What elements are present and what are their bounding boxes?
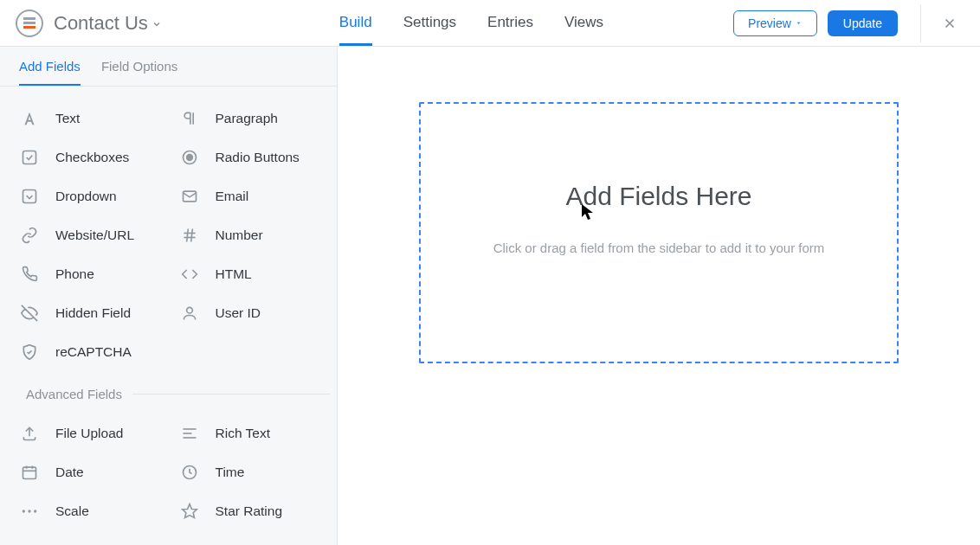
field-label: Scale — [55, 503, 89, 519]
field-label: Dropdown — [55, 189, 117, 204]
paragraph-icon — [179, 108, 200, 129]
field-hidden[interactable]: Hidden Field — [10, 293, 171, 332]
align-left-icon — [179, 423, 200, 444]
field-label: Text — [55, 111, 80, 126]
field-label: reCAPTCHA — [55, 344, 132, 360]
field-label: Number — [216, 228, 263, 243]
sidebar-tabs: Add Fields Field Options — [0, 47, 337, 87]
field-recaptcha[interactable]: reCAPTCHA — [10, 332, 171, 371]
field-label: HTML — [216, 266, 252, 282]
close-button[interactable] — [937, 10, 963, 36]
nav-build[interactable]: Build — [339, 1, 372, 46]
field-label: File Upload — [55, 426, 123, 441]
field-email[interactable]: Email — [171, 176, 331, 215]
svg-point-2 — [186, 154, 192, 160]
radio-icon — [179, 147, 200, 168]
field-label: Phone — [55, 266, 94, 282]
svg-point-20 — [28, 510, 30, 512]
field-number[interactable]: Number — [171, 215, 331, 254]
field-label: Date — [55, 465, 84, 480]
update-button[interactable]: Update — [828, 10, 898, 36]
field-paragraph[interactable]: Paragraph — [171, 99, 331, 138]
sidebar: Add Fields Field Options Text Paragraph … — [0, 47, 338, 545]
svg-rect-3 — [23, 189, 36, 202]
field-text[interactable]: Text — [10, 99, 171, 138]
chevron-down-icon — [152, 19, 162, 29]
hash-icon — [179, 225, 200, 246]
field-radio[interactable]: Radio Buttons — [171, 138, 331, 176]
clock-icon — [179, 462, 200, 483]
calendar-icon — [19, 462, 40, 483]
field-label: Rich Text — [216, 426, 270, 441]
svg-marker-22 — [182, 503, 197, 517]
preview-label: Preview — [748, 16, 791, 30]
svg-line-8 — [190, 228, 192, 241]
svg-rect-0 — [23, 151, 36, 164]
top-actions: Preview Update — [733, 4, 963, 42]
form-canvas: Add Fields Here Click or drag a field fr… — [338, 47, 980, 545]
nav-settings[interactable]: Settings — [403, 1, 456, 46]
field-label: Star Rating — [216, 503, 283, 519]
field-label: Email — [216, 189, 249, 204]
nav-views[interactable]: Views — [564, 1, 603, 46]
field-date[interactable]: Date — [10, 452, 171, 491]
divider — [920, 4, 921, 42]
caret-down-icon — [795, 19, 803, 27]
tab-add-fields[interactable]: Add Fields — [19, 59, 81, 86]
field-star-rating[interactable]: Star Rating — [171, 491, 331, 530]
link-icon — [19, 225, 40, 246]
field-list: Text Paragraph Checkboxes Radio Buttons … — [0, 87, 337, 530]
field-file-upload[interactable]: File Upload — [10, 414, 171, 452]
field-label: Time — [216, 465, 245, 480]
field-label: Checkboxes — [55, 150, 129, 165]
field-url[interactable]: Website/URL — [10, 215, 171, 254]
app-logo — [16, 10, 43, 37]
dropdown-icon — [19, 186, 40, 207]
field-userid[interactable]: User ID — [171, 293, 331, 332]
shield-icon — [19, 342, 40, 362]
field-label: Paragraph — [216, 111, 278, 126]
preview-button[interactable]: Preview — [733, 10, 817, 36]
section-advanced-label: Advanced Fields — [26, 387, 122, 401]
field-rich-text[interactable]: Rich Text — [171, 414, 331, 452]
phone-icon — [19, 264, 40, 285]
section-advanced-header: Advanced Fields — [10, 371, 330, 405]
user-icon — [179, 303, 200, 324]
scale-icon — [19, 501, 40, 522]
nav-entries[interactable]: Entries — [487, 1, 533, 46]
checkbox-icon — [19, 147, 40, 168]
upload-icon — [19, 423, 40, 444]
dropzone[interactable]: Add Fields Here Click or drag a field fr… — [419, 102, 899, 363]
dropzone-hint: Click or drag a field from the sidebar t… — [493, 240, 825, 255]
close-icon — [942, 16, 957, 31]
svg-rect-14 — [23, 467, 36, 478]
field-scale[interactable]: Scale — [10, 491, 171, 530]
email-icon — [179, 186, 200, 207]
field-label: Radio Buttons — [216, 150, 300, 165]
field-phone[interactable]: Phone — [10, 254, 171, 293]
tab-field-options[interactable]: Field Options — [101, 59, 177, 86]
divider — [132, 394, 330, 394]
field-time[interactable]: Time — [171, 452, 331, 491]
svg-point-21 — [34, 510, 36, 512]
form-title-dropdown[interactable]: Contact Us — [54, 12, 162, 35]
form-title-text: Contact Us — [54, 12, 148, 35]
svg-point-19 — [23, 510, 25, 512]
svg-line-7 — [186, 228, 188, 241]
star-icon — [179, 501, 200, 522]
code-icon — [179, 264, 200, 285]
eye-off-icon — [19, 303, 40, 324]
field-label: Website/URL — [55, 228, 134, 243]
field-dropdown[interactable]: Dropdown — [10, 176, 171, 215]
field-label: User ID — [216, 305, 261, 321]
text-icon — [19, 108, 40, 129]
field-label: Hidden Field — [55, 305, 131, 321]
svg-point-9 — [186, 307, 192, 313]
field-checkboxes[interactable]: Checkboxes — [10, 138, 171, 176]
field-html[interactable]: HTML — [171, 254, 331, 293]
dropzone-heading: Add Fields Here — [565, 182, 751, 211]
topbar: Contact Us Build Settings Entries Views … — [0, 0, 980, 47]
top-nav: Build Settings Entries Views — [339, 1, 603, 46]
